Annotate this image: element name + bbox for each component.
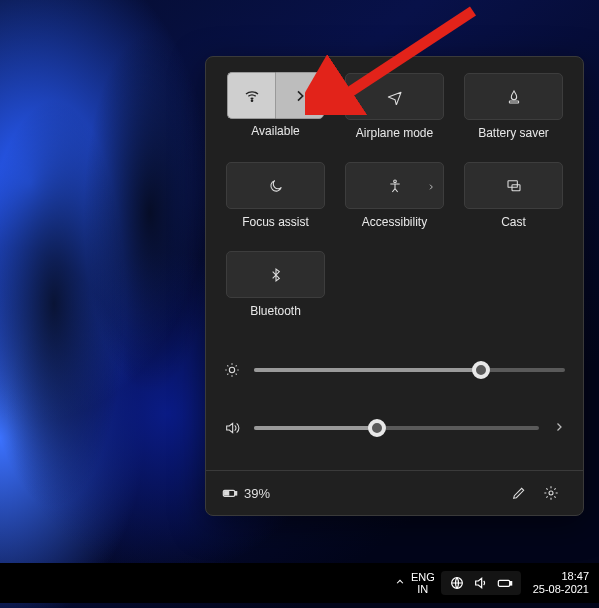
svg-point-0 bbox=[251, 100, 252, 101]
accessibility-tile[interactable] bbox=[345, 162, 444, 209]
brightness-icon bbox=[224, 362, 240, 378]
cast-tile[interactable] bbox=[464, 162, 563, 209]
gear-icon bbox=[543, 485, 559, 501]
focus-assist-tile[interactable] bbox=[226, 162, 325, 209]
tray-overflow-button[interactable] bbox=[395, 576, 405, 590]
wifi-toggle[interactable] bbox=[227, 72, 275, 119]
settings-button[interactable] bbox=[535, 477, 567, 509]
language-secondary: IN bbox=[417, 583, 428, 595]
wifi-label: Available bbox=[251, 124, 299, 138]
clock-date: 25-08-2021 bbox=[533, 583, 589, 596]
system-tray[interactable] bbox=[441, 571, 521, 595]
wifi-icon bbox=[244, 88, 260, 104]
edit-button[interactable] bbox=[503, 477, 535, 509]
battery-percentage: 39% bbox=[244, 486, 270, 501]
svg-rect-1 bbox=[509, 101, 518, 103]
volume-expand-button[interactable] bbox=[553, 419, 565, 437]
battery-icon bbox=[222, 485, 238, 501]
battery-tray-icon bbox=[497, 575, 513, 591]
clock-time: 18:47 bbox=[561, 570, 589, 583]
taskbar[interactable]: ENG IN 18:47 25-08-2021 bbox=[0, 563, 599, 603]
svg-rect-3 bbox=[508, 180, 517, 187]
chevron-right-icon bbox=[292, 88, 308, 104]
pencil-icon bbox=[511, 485, 527, 501]
airplane-mode-label: Airplane mode bbox=[356, 126, 433, 140]
brightness-slider-row bbox=[224, 354, 565, 386]
battery-saver-label: Battery saver bbox=[478, 126, 549, 140]
wifi-expand-button[interactable] bbox=[275, 72, 324, 119]
wifi-tile[interactable] bbox=[227, 73, 324, 118]
sliders-area bbox=[222, 354, 567, 444]
taskbar-clock[interactable]: 18:47 25-08-2021 bbox=[533, 570, 589, 596]
language-indicator[interactable]: ENG IN bbox=[411, 571, 435, 595]
bluetooth-label: Bluetooth bbox=[250, 304, 301, 318]
airplane-mode-tile[interactable] bbox=[345, 73, 444, 120]
battery-saver-tile[interactable] bbox=[464, 73, 563, 120]
quick-settings-footer: 39% bbox=[206, 470, 583, 515]
svg-rect-12 bbox=[498, 580, 509, 586]
focus-assist-label: Focus assist bbox=[242, 215, 309, 229]
svg-rect-13 bbox=[510, 582, 511, 585]
accessibility-label: Accessibility bbox=[362, 215, 427, 229]
airplane-icon bbox=[387, 89, 403, 105]
language-primary: ENG bbox=[411, 571, 435, 583]
cast-label: Cast bbox=[501, 215, 526, 229]
volume-slider-row bbox=[224, 412, 565, 444]
svg-rect-7 bbox=[225, 492, 229, 495]
svg-point-2 bbox=[393, 180, 396, 183]
cast-icon bbox=[506, 178, 522, 194]
accessibility-icon bbox=[387, 178, 403, 194]
brightness-slider[interactable] bbox=[254, 368, 565, 372]
battery-saver-icon bbox=[506, 89, 522, 105]
chevron-right-icon bbox=[427, 177, 435, 195]
bluetooth-tile[interactable] bbox=[226, 251, 325, 298]
quick-settings-panel: Available Airplane mode Battery saver bbox=[205, 56, 584, 516]
quick-settings-tiles: Available Airplane mode Battery saver bbox=[222, 73, 567, 328]
moon-icon bbox=[268, 178, 284, 194]
network-tray-icon bbox=[449, 575, 465, 591]
svg-rect-8 bbox=[235, 492, 236, 495]
bluetooth-icon bbox=[268, 267, 284, 283]
svg-point-5 bbox=[229, 367, 234, 372]
svg-point-9 bbox=[549, 491, 553, 495]
volume-tray-icon bbox=[473, 575, 489, 591]
volume-slider[interactable] bbox=[254, 426, 539, 430]
volume-icon bbox=[224, 420, 240, 436]
